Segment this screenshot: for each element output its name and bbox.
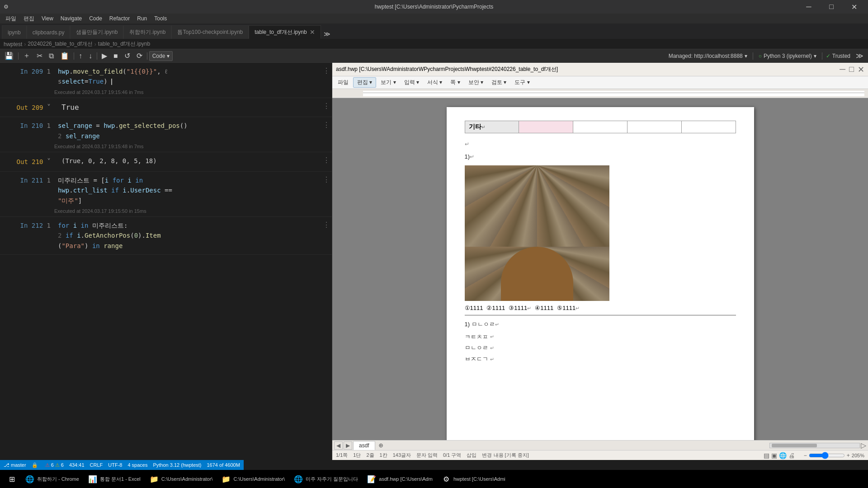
tab-ipynb-label: ipynb bbox=[8, 29, 21, 36]
hwp-maximize[interactable]: □ bbox=[849, 65, 854, 75]
hwp-sheet-asdf[interactable]: asdf bbox=[353, 441, 375, 450]
hwp-menu-page[interactable]: 쪽 ▾ bbox=[447, 78, 463, 87]
taskbar-pycharm-button[interactable]: ⚙ hwptest [C:\Users\Admi bbox=[438, 471, 509, 487]
breadcrumb-file[interactable]: table_to_df개선.ipynb bbox=[98, 40, 150, 48]
hwp-menu-insert[interactable]: 입력 ▾ bbox=[401, 78, 423, 87]
copy-cell-button[interactable]: ⧉ bbox=[46, 51, 57, 61]
breadcrumb-folder[interactable]: 20240226_table_to_df개선 bbox=[28, 40, 92, 48]
status-lines[interactable]: 1674 of 4600M bbox=[207, 462, 240, 468]
cell-211-options[interactable]: ⋮ bbox=[321, 174, 332, 186]
trusted-badge[interactable]: ✓ Trusted bbox=[824, 53, 852, 59]
tab-close-icon[interactable]: ✕ bbox=[310, 28, 315, 36]
position-label: 434:41 bbox=[69, 462, 85, 468]
hwp-minimize[interactable]: ─ bbox=[840, 65, 845, 75]
add-cell-button[interactable]: ＋ bbox=[20, 51, 33, 61]
hwp-page-view-button[interactable]: ▣ bbox=[771, 452, 777, 459]
hwp-menu-view[interactable]: 보기 ▾ bbox=[377, 78, 399, 87]
cell-212-num-indicator: 1 bbox=[47, 222, 51, 229]
tab-combine[interactable]: 취합하기.ipynb bbox=[123, 25, 171, 39]
hwp-zoom-slider[interactable] bbox=[809, 452, 845, 459]
menu-code[interactable]: Code bbox=[85, 14, 106, 23]
cell-211-code[interactable]: 미주리스트 = [i for i in hwp.ctrl_list if i.U… bbox=[54, 174, 321, 207]
close-button[interactable]: ✕ bbox=[844, 0, 864, 14]
hwp-menu-security[interactable]: 보안 ▾ bbox=[465, 78, 487, 87]
menu-run[interactable]: Run bbox=[133, 14, 151, 23]
hwp-prev-page-button[interactable]: ◀ bbox=[334, 441, 343, 450]
hwp-scroll-right-button[interactable]: ▷ bbox=[861, 441, 866, 450]
run-cell-button[interactable]: ▶ bbox=[99, 51, 110, 61]
hwp-menu-edit[interactable]: 편집 ▾ bbox=[353, 77, 376, 88]
restart-button[interactable]: ↺ bbox=[122, 51, 133, 61]
hwp-web-view-button[interactable]: 🌐 bbox=[779, 452, 787, 459]
toolbar-more-button[interactable]: ≫ bbox=[853, 51, 866, 61]
cell-type-dropdown[interactable]: Code ▾ bbox=[149, 51, 173, 61]
taskbar-excel-button[interactable]: 📊 통합 문서1 - Excel bbox=[85, 471, 144, 487]
hwp-menu-format[interactable]: 서식 ▾ bbox=[424, 78, 446, 87]
status-left: ⎇ master 🔒 bbox=[4, 462, 38, 468]
taskbar-start-button[interactable]: ⊞ bbox=[4, 471, 20, 487]
tab-clipboards[interactable]: clipboards.py bbox=[27, 25, 71, 39]
hwp-normal-view-button[interactable]: ▤ bbox=[764, 452, 769, 459]
paste-cell-button[interactable]: 📋 bbox=[57, 51, 72, 61]
maximize-button[interactable]: □ bbox=[821, 0, 842, 14]
tab-top100[interactable]: 톱Top100-checkpoint.ipynb bbox=[171, 25, 249, 39]
hwp-close[interactable]: ✕ bbox=[858, 65, 864, 75]
tab-samples[interactable]: 샘플만들기.ipynb bbox=[70, 25, 123, 39]
status-python[interactable]: Python 3.12 (hwptest) bbox=[153, 462, 201, 468]
menu-edit[interactable]: 편집 bbox=[20, 14, 38, 23]
hwp-menu-tools[interactable]: 도구 ▾ bbox=[511, 78, 533, 87]
hwp-add-sheet-button[interactable]: ⊕ bbox=[376, 440, 386, 451]
taskbar-chrome-button[interactable]: 🌐 취합하기 - Chrome bbox=[22, 471, 83, 487]
breadcrumb-hwptest[interactable]: hwptest bbox=[4, 41, 22, 47]
hwp-menu-file[interactable]: 파일 bbox=[334, 78, 352, 87]
bottom-status-area: ⎇ master 🔒 ⚠ 6 ⚠ 6 434:41 CRLF UTF-8 bbox=[0, 460, 868, 470]
hwp-para-mark: ↵ bbox=[465, 139, 736, 150]
hwp-menu-review[interactable]: 검토 ▾ bbox=[488, 78, 510, 87]
hwp-hscroll[interactable] bbox=[769, 443, 860, 448]
hwp-zoom-out-button[interactable]: − bbox=[804, 452, 807, 459]
taskbar-chrome2-button[interactable]: 🌐 미주 자주기 질문입니다 bbox=[290, 471, 362, 487]
restart-run-button[interactable]: ⟳ bbox=[134, 51, 145, 61]
more-tabs-button[interactable]: ≫ bbox=[321, 29, 333, 39]
save-button[interactable]: 💾 bbox=[2, 51, 16, 61]
status-indent[interactable]: 4 spaces bbox=[127, 462, 147, 468]
svg-line-5 bbox=[519, 165, 537, 247]
status-lock[interactable]: 🔒 bbox=[32, 462, 38, 468]
menu-file[interactable]: 파일 bbox=[2, 14, 20, 23]
minimize-button[interactable]: ─ bbox=[798, 0, 819, 14]
move-up-button[interactable]: ↑ bbox=[76, 51, 85, 61]
hwp-zoom-in-button[interactable]: + bbox=[847, 452, 850, 459]
cell-210-label: In 210 1 bbox=[0, 119, 54, 132]
hwp-nav-buttons: ◀ ▶ asdf ⊕ bbox=[334, 440, 769, 451]
menu-view[interactable]: View bbox=[38, 14, 57, 23]
taskbar-explorer1-button[interactable]: 📁 C:\Users\Administrator\ bbox=[146, 471, 217, 487]
hwp-kor-item-2: ㅁㄴㅇㄹ↵ bbox=[465, 343, 736, 354]
cell-209-options[interactable]: ⋮ bbox=[321, 65, 332, 77]
cell-210-out-options[interactable]: ⋮ bbox=[321, 154, 332, 167]
tab-table-to-df[interactable]: table_to_df개선.ipynb ✕ bbox=[249, 25, 321, 39]
cut-cell-button[interactable]: ✂ bbox=[34, 51, 45, 61]
cell-210-options[interactable]: ⋮ bbox=[321, 119, 332, 131]
menu-tools[interactable]: Tools bbox=[151, 14, 170, 23]
cell-209-code[interactable]: hwp.move_to_field("1{{0}}", ℓ sselect=Tr… bbox=[54, 65, 321, 89]
cell-212-options[interactable]: ⋮ bbox=[321, 219, 332, 231]
tab-ipynb[interactable]: ipynb bbox=[2, 25, 27, 39]
status-line-ending[interactable]: CRLF bbox=[90, 462, 103, 468]
status-charset[interactable]: UTF-8 bbox=[108, 462, 122, 468]
status-position[interactable]: 434:41 bbox=[69, 462, 85, 468]
hwp-next-page-button[interactable]: ▶ bbox=[344, 441, 352, 450]
menu-navigate[interactable]: Navigate bbox=[57, 14, 85, 23]
branch-label: master bbox=[11, 462, 26, 468]
hwp-print-view-button[interactable]: 🖨 bbox=[788, 452, 795, 459]
taskbar-hwp-button[interactable]: 📝 asdf.hwp [C:\Users\Adm bbox=[363, 471, 436, 487]
status-errors[interactable]: ⚠ 6 ⚠ 6 bbox=[45, 462, 64, 468]
menu-refactor[interactable]: Refactor bbox=[106, 14, 133, 23]
status-branch[interactable]: ⎇ master bbox=[4, 462, 26, 468]
move-down-button[interactable]: ↓ bbox=[86, 51, 95, 61]
cell-212-code[interactable]: for i in 미주리스트: 2 if i.GetAnchorPos(0).I… bbox=[54, 219, 321, 253]
cell-209-out-options[interactable]: ⋮ bbox=[321, 100, 332, 113]
stop-button[interactable]: ■ bbox=[111, 51, 121, 61]
hwp-doc-area[interactable]: 기타↵ ↵ 1)↵ bbox=[332, 98, 868, 440]
taskbar-explorer2-button[interactable]: 📁 C:\Users\Administrator\ bbox=[218, 471, 288, 487]
cell-210-code[interactable]: sel_range = hwp.get_selected_pos() 2 sel… bbox=[54, 119, 321, 143]
